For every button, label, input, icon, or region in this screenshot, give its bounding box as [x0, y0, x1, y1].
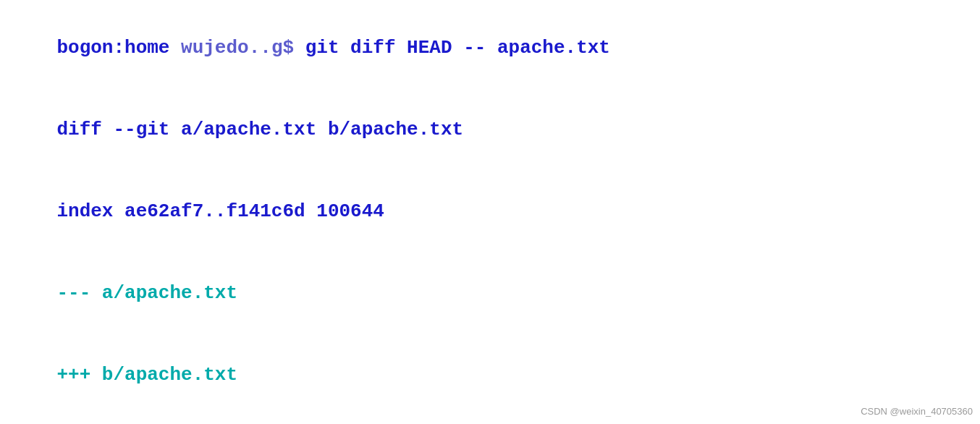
terminal-line: index ae62af7..f141c6d 100644 — [12, 171, 968, 253]
diff-git-header: diff --git a/apache.txt b/apache.txt — [56, 119, 463, 140]
terminal-line: --- a/apache.txt — [12, 253, 968, 334]
watermark: CSDN @weixin_40705360 — [861, 406, 973, 417]
diff-to-file: +++ b/apache.txt — [56, 364, 237, 386]
diff-from-file: --- a/apache.txt — [56, 282, 237, 304]
diff-index: index ae62af7..f141c6d 100644 — [56, 200, 384, 222]
prompt-user: wujedo..g$ — [181, 37, 294, 59]
command-text: git diff HEAD -- apache.txt — [294, 37, 610, 59]
terminal-output: bogon:home wujedo..g$ git diff HEAD -- a… — [12, 7, 968, 424]
prompt-host: bogon:home — [56, 37, 181, 59]
terminal-line: diff --git a/apache.txt b/apache.txt — [12, 89, 968, 171]
terminal-line: +++ b/apache.txt — [12, 334, 968, 416]
terminal-line: @@ -1,4 +1,4 @@ — [12, 416, 968, 424]
terminal-line: bogon:home wujedo..g$ git diff HEAD -- a… — [12, 7, 968, 89]
